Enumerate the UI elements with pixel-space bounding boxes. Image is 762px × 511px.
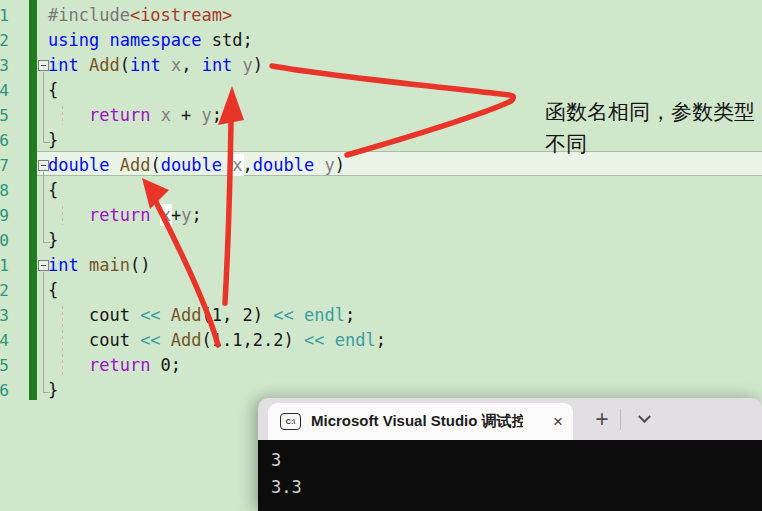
code-token: endl [335, 330, 376, 350]
handwritten-note: 函数名相同，参数类型不同 [545, 96, 762, 160]
code-token: double [161, 155, 222, 175]
code-token: std; [202, 30, 253, 50]
code-line[interactable]: return 0; [48, 353, 386, 378]
code-line[interactable]: int Add(int x, int y) [48, 53, 386, 78]
code-token: y [243, 55, 253, 75]
code-line[interactable]: cout << Add(1.1,2.2) << endl; [48, 328, 386, 353]
code-token [161, 305, 171, 325]
command-prompt-icon: C:\ [280, 413, 301, 430]
code-token: cout [48, 330, 140, 350]
code-token: <iostream> [130, 5, 232, 25]
code-token: () [130, 255, 150, 275]
code-line[interactable]: return x + y; [48, 103, 386, 128]
code-token: Add [171, 330, 202, 350]
code-token [79, 255, 89, 275]
console-output-line: 3.3 [271, 474, 762, 501]
code-line[interactable]: int main() [48, 253, 386, 278]
code-token [48, 205, 89, 225]
code-token: 0; [150, 355, 181, 375]
terminal-tab-title: Microsoft Visual Studio 调试控制台 [311, 412, 523, 431]
code-token [150, 105, 160, 125]
code-token: cout [48, 305, 140, 325]
code-line[interactable]: } [48, 128, 386, 153]
code-token: using [48, 30, 99, 50]
code-token: { [48, 280, 58, 300]
code-line[interactable]: { [48, 278, 386, 303]
code-token: << [140, 305, 160, 325]
console-output[interactable]: 3 3.3 [258, 440, 762, 511]
code-token: (1, 2) [202, 305, 274, 325]
terminal-tab[interactable]: C:\ Microsoft Visual Studio 调试控制台 × [268, 403, 573, 440]
code-token: } [48, 230, 58, 250]
code-token: Add [89, 55, 120, 75]
code-line[interactable]: return x+y; [48, 203, 386, 228]
code-line[interactable]: double Add(double x,double y) [48, 153, 386, 178]
code-line[interactable]: { [48, 178, 386, 203]
code-token: return [89, 355, 150, 375]
code-token: int [48, 255, 79, 275]
code-token [48, 105, 89, 125]
code-token: } [48, 380, 58, 400]
code-line[interactable]: } [48, 228, 386, 253]
code-token: namespace [109, 30, 201, 50]
code-token [294, 305, 304, 325]
code-token: x [171, 55, 181, 75]
code-token: int [130, 55, 161, 75]
code-token: y [181, 205, 191, 225]
tab-bar-divider [620, 409, 621, 430]
code-token: ) [335, 155, 345, 175]
code-token [109, 155, 119, 175]
code-token: { [48, 180, 58, 200]
code-token [161, 330, 171, 350]
code-line[interactable]: #include<iostream> [48, 3, 386, 28]
tab-dropdown-button[interactable] [630, 405, 658, 433]
code-line[interactable]: using namespace std; [48, 28, 386, 53]
console-output-line: 3 [271, 447, 762, 474]
code-token: ; [212, 105, 222, 125]
code-token: << [140, 330, 160, 350]
code-token: y [324, 155, 334, 175]
terminal-tab-strip: C:\ Microsoft Visual Studio 调试控制台 × + [258, 398, 762, 440]
close-tab-icon[interactable]: × [553, 413, 563, 430]
code-token: + [171, 205, 181, 225]
code-token [99, 30, 109, 50]
code-token: ( [120, 55, 130, 75]
code-token [314, 155, 324, 175]
code-token [222, 155, 232, 175]
code-token: << [273, 305, 293, 325]
new-tab-button[interactable]: + [588, 405, 616, 433]
code-token: , [181, 55, 201, 75]
code-token: double [253, 155, 314, 175]
code-token: #include [48, 5, 130, 25]
code-token: int [48, 55, 79, 75]
code-token: ( [150, 155, 160, 175]
code-token [79, 55, 89, 75]
code-lines[interactable]: #include<iostream>using namespace std;in… [48, 3, 386, 403]
code-token: Add [171, 305, 202, 325]
code-token [232, 55, 242, 75]
code-line[interactable]: cout << Add(1, 2) << endl; [48, 303, 386, 328]
code-line[interactable]: { [48, 78, 386, 103]
code-token: + [171, 105, 202, 125]
chevron-down-icon [638, 410, 651, 423]
code-token: { [48, 80, 58, 100]
debug-console-window[interactable]: C:\ Microsoft Visual Studio 调试控制台 × + 3 … [258, 398, 762, 511]
code-token: << [304, 330, 324, 350]
fold-guide-line [43, 172, 44, 242]
code-token: int [202, 55, 233, 75]
code-token [48, 355, 89, 375]
code-token: double [48, 155, 109, 175]
code-token: ; [345, 305, 355, 325]
highlighted-symbol: x [232, 155, 242, 175]
code-token: ) [253, 55, 263, 75]
code-token: , [243, 155, 253, 175]
code-token: endl [304, 305, 345, 325]
code-token [324, 330, 334, 350]
code-token: (1.1,2.2) [202, 330, 304, 350]
code-token: y [202, 105, 212, 125]
code-token: } [48, 130, 58, 150]
code-token: main [89, 255, 130, 275]
code-token: x [161, 105, 171, 125]
code-token: Add [120, 155, 151, 175]
fold-guide-line [43, 72, 44, 142]
